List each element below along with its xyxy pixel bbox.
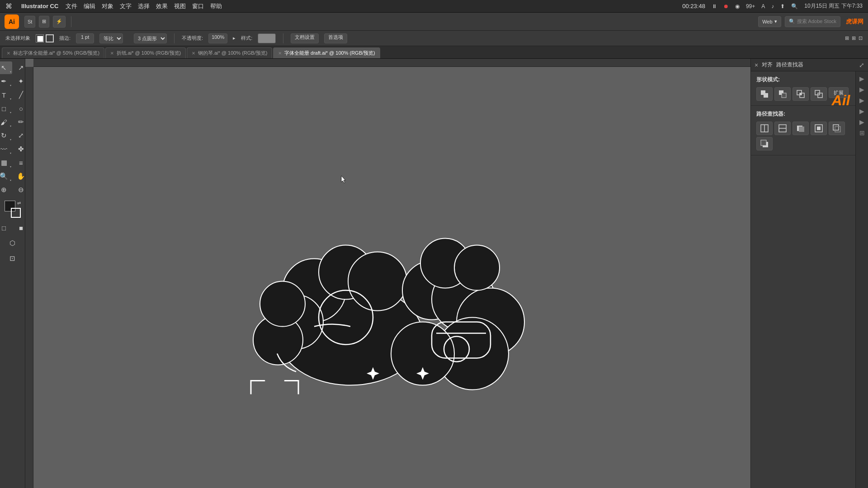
grid-button[interactable]: ⊞ [39, 16, 49, 28]
pf-btn-minus-back[interactable] [756, 137, 773, 150]
opacity-value[interactable]: 100% [208, 33, 227, 43]
ellipse-tool[interactable]: ○ [13, 102, 26, 115]
expand-button[interactable]: 扩展 [829, 87, 849, 98]
no-selection-label: 未选择对象 [5, 35, 30, 42]
grid-view-icon[interactable]: ⊞ [845, 35, 849, 41]
stroke-value[interactable]: 1 pt [76, 33, 94, 43]
ruler-top [33, 59, 750, 67]
view-options-icon[interactable]: ⊞ [852, 35, 856, 41]
canvas-area[interactable] [25, 59, 750, 488]
normal-mode-btn[interactable]: □ [0, 221, 12, 234]
bar-graph-icon: ≡ [19, 159, 23, 167]
direct-select-tool[interactable]: ↗ [13, 61, 26, 74]
style-box[interactable] [258, 33, 276, 43]
pf-btn-crop[interactable] [811, 122, 827, 135]
brush-tool[interactable]: 🖌 ▾ [0, 116, 12, 128]
tab-0-close[interactable]: × [7, 50, 10, 56]
search-area[interactable]: 🔍 搜索 Adobe Stock [785, 16, 840, 27]
st-button[interactable]: St [24, 16, 35, 28]
pf-btn-divide[interactable] [756, 122, 773, 135]
preferences-btn[interactable]: 首选项 [324, 33, 347, 43]
tab-3-close[interactable]: × [278, 50, 282, 56]
pf-btn-trim[interactable] [774, 122, 791, 135]
menu-object[interactable]: 对象 [102, 2, 113, 10]
tool-row-8: ▦ ▾ ≡ [0, 156, 25, 169]
panel-expand-icon[interactable]: ⤢ [859, 61, 864, 69]
zoom-tool[interactable]: 🔍 ▾ [0, 170, 12, 183]
canvas-content[interactable] [33, 67, 750, 488]
shape-btn-minus-front[interactable] [774, 87, 791, 101]
toolbox: ↖ ▾ ↗ ✒ ▾ ✦ T ▾ ╱ [0, 59, 25, 488]
menu-file[interactable]: 文件 [66, 2, 77, 10]
menu-text[interactable]: 文字 [120, 2, 132, 10]
hand-tool[interactable]: ✋ [13, 170, 26, 183]
search-placeholder: 搜索 Adobe Stock [797, 18, 836, 25]
rotate-tool[interactable]: ↻ ▾ [0, 129, 12, 142]
mask-mode-btn[interactable]: ■ [13, 221, 26, 234]
shape-btn-intersect[interactable] [793, 87, 809, 101]
tab-1[interactable]: × 折纸.ai* @ 100% (RGB/预览) [105, 47, 186, 58]
artboard-tool[interactable]: ⊡ [5, 252, 21, 265]
ellipse-icon: ○ [19, 105, 23, 113]
align-distribute-icon[interactable]: ⊡ [859, 35, 863, 41]
tab-1-close[interactable]: × [110, 50, 114, 56]
warp-tool[interactable]: 〰 ▾ [0, 143, 12, 155]
far-right-icon-5[interactable]: ▶ [859, 118, 864, 126]
panel-tab-align[interactable]: 对齐 [762, 61, 773, 69]
action-button[interactable]: ⚡ [53, 16, 66, 28]
tool-row-10: ⊕ ⊖ [0, 183, 25, 196]
shape-btn-unite[interactable] [756, 87, 773, 101]
stroke-color-box[interactable] [46, 34, 54, 42]
tab-0[interactable]: × 标志字体全能册.ai* @ 50% (RGB/预览) [2, 47, 104, 58]
scale-tool[interactable]: ⤢ [13, 129, 26, 142]
type-tool[interactable]: T ▾ [0, 89, 12, 101]
apple-menu[interactable]: ⌘ [5, 2, 12, 10]
pf-btn-outline[interactable] [829, 122, 845, 135]
menu-view[interactable]: 视图 [174, 2, 186, 10]
far-right-icon-2[interactable]: ▶ [859, 86, 864, 93]
menu-select[interactable]: 选择 [138, 2, 150, 10]
shape-btn-exclude[interactable] [811, 87, 827, 101]
tab-2[interactable]: × 钢的琴.ai* @ 100% (RGB/预览) [187, 47, 272, 58]
far-right-icon-1[interactable]: ▶ [859, 75, 864, 82]
warp-icon: 〰 [0, 145, 7, 153]
search-icon[interactable]: 🔍 [791, 3, 798, 9]
menu-help[interactable]: 帮助 [210, 2, 222, 10]
app-name: Illustrator CC [21, 3, 58, 9]
stroke-type-select[interactable]: 等比 [99, 33, 123, 43]
svg-rect-19 [764, 93, 768, 98]
swap-colors-icon[interactable]: ⇄ [17, 201, 21, 206]
panel-close-button[interactable]: × [755, 62, 758, 68]
pen-tool[interactable]: ✒ ▾ [0, 75, 12, 88]
menu-effects[interactable]: 效果 [156, 2, 168, 10]
select-tool[interactable]: ↖ ▾ [0, 61, 12, 74]
fill-color-box[interactable] [36, 34, 44, 42]
tab-2-close[interactable]: × [192, 50, 195, 56]
rect-tool[interactable]: □ ▾ [0, 102, 12, 115]
far-right-icon-6[interactable]: ⊞ [859, 129, 865, 136]
far-right-icon-3[interactable]: ▶ [859, 97, 864, 104]
far-right-icon-4[interactable]: ▶ [859, 108, 864, 115]
toolbar: Ai St ⊞ ⚡ 文档设置 Web ▾ 🔍 搜索 Adobe Stock 虎课… [0, 13, 868, 31]
pf-btn-merge[interactable] [793, 122, 809, 135]
tab-3[interactable]: × 字体全能册 draft.ai* @ 100% (RGB/预览) [273, 47, 380, 58]
menu-window[interactable]: 窗口 [192, 2, 204, 10]
shape-mode-buttons: 扩展 [756, 87, 863, 101]
zoom2-tool[interactable]: ⊕ [0, 183, 12, 196]
freeform-tool[interactable]: ✦ [13, 75, 26, 88]
panel-tab-pathfinder[interactable]: 路径查找器 [776, 61, 803, 69]
puppet-tool[interactable]: ✤ [13, 143, 26, 155]
mask-btn[interactable]: ⬡ [5, 237, 21, 249]
pencil-tool[interactable]: ✏ [13, 116, 26, 128]
menu-edit[interactable]: 编辑 [84, 2, 95, 10]
stroke-swatch[interactable] [11, 208, 21, 218]
ruler-left [25, 67, 33, 488]
doc-setup-btn[interactable]: 文档设置 [291, 33, 319, 43]
line-tool[interactable]: ╱ [13, 89, 26, 101]
tool-row-7: 〰 ▾ ✤ [0, 143, 25, 155]
bar-graph-tool[interactable]: ≡ [13, 156, 26, 169]
workspace-web-button[interactable]: 文档设置 Web ▾ [758, 16, 781, 27]
column-graph-tool[interactable]: ▦ ▾ [0, 156, 12, 169]
zoom3-tool[interactable]: ⊖ [13, 183, 26, 196]
stroke-shape-select[interactable]: 3 点圆形 [134, 33, 167, 43]
